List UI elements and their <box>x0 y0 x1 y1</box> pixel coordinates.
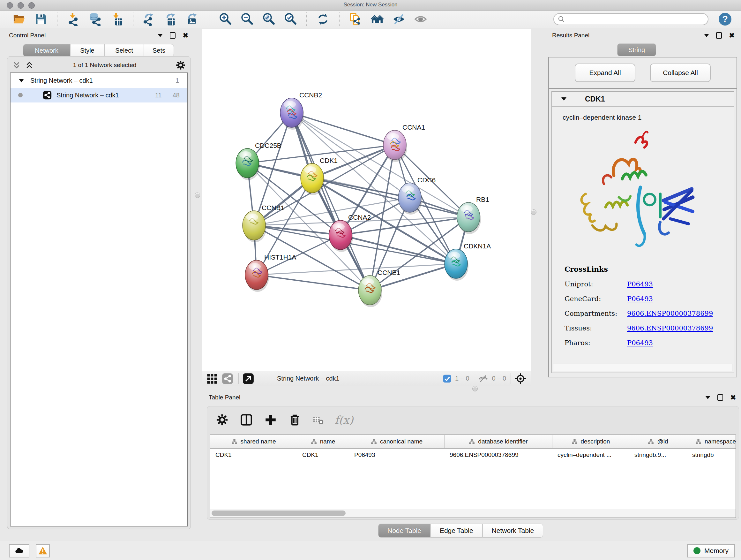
collapse-all-networks-icon[interactable] <box>12 60 21 70</box>
cloud-status-button[interactable] <box>9 544 29 557</box>
save-session-icon <box>34 12 48 26</box>
app-window: Session: New Session ? Control Panel ✖ N… <box>0 0 741 560</box>
node-label: CCNE1 <box>378 269 400 276</box>
tab-select[interactable]: Select <box>105 44 144 57</box>
tab-network[interactable]: Network <box>23 44 70 57</box>
node-rb1[interactable]: RB1 <box>457 196 489 234</box>
panel-menu-icon[interactable] <box>704 34 709 37</box>
node-cdkn1a[interactable]: CDKN1A <box>445 242 491 281</box>
column-header-name[interactable]: name <box>297 435 349 448</box>
tab-edge-table[interactable]: Edge Table <box>430 523 482 538</box>
right-splitter-handle[interactable] <box>531 209 536 215</box>
clone-network-button[interactable] <box>346 12 365 26</box>
table-row[interactable]: CDK1CDK1P064939606.ENSP00000378699cyclin… <box>210 449 736 462</box>
refresh-button[interactable] <box>314 12 332 26</box>
tab-style[interactable]: Style <box>70 44 105 57</box>
node-ccne1[interactable]: CCNE1 <box>358 269 400 307</box>
hidden-eye-icon[interactable] <box>478 374 488 384</box>
left-splitter-handle[interactable] <box>195 192 200 198</box>
close-panel-icon[interactable]: ✖ <box>729 33 735 38</box>
control-panel-tabs: NetworkStyleSelectSets <box>23 44 174 57</box>
hide-selected-button[interactable] <box>390 12 408 26</box>
zoom-fit-button[interactable] <box>259 12 278 26</box>
zoom-out-button[interactable] <box>238 12 256 26</box>
network-badge-icon[interactable] <box>222 373 233 384</box>
expand-all-networks-icon[interactable] <box>24 60 34 70</box>
divider <box>474 373 474 384</box>
gene-collapse-icon[interactable] <box>561 98 566 101</box>
memory-button[interactable]: Memory <box>687 544 735 557</box>
table-panel: Table Panel ✖ <box>204 392 739 540</box>
birdseye-view-icon[interactable] <box>515 373 526 384</box>
table-cell: cyclin–dependent ... <box>552 449 629 462</box>
export-image-icon <box>186 12 199 26</box>
tab-node-table[interactable]: Node Table <box>378 523 430 538</box>
expand-all-button[interactable]: Expand All <box>575 64 635 82</box>
column-header-database-identifier[interactable]: database identifier <box>445 435 552 448</box>
table-options-gear-icon[interactable] <box>215 413 229 427</box>
tab-sets[interactable]: Sets <box>144 44 174 57</box>
network-options-gear-icon[interactable] <box>175 60 186 71</box>
export-image-button[interactable] <box>184 12 202 26</box>
gene-section-header[interactable]: CDK1 <box>552 91 734 107</box>
panel-menu-icon[interactable] <box>705 396 711 399</box>
import-network-file-icon <box>67 12 80 26</box>
column-header-namespace[interactable]: namespace <box>687 435 736 448</box>
panel-menu-icon[interactable] <box>158 34 163 37</box>
column-header-shared-name[interactable]: shared name <box>210 435 297 448</box>
node-ccnb2[interactable]: CCNB2 <box>280 91 322 130</box>
zoom-in-button[interactable] <box>216 12 234 26</box>
column-header-description[interactable]: description <box>552 435 629 448</box>
open-session-button[interactable] <box>10 12 28 26</box>
close-panel-icon[interactable]: ✖ <box>730 395 736 400</box>
network-canvas[interactable]: CCNB2CCNA1CDC25BCDK1CDC6RB1CCNB1CCNA2CDK… <box>202 29 531 371</box>
gene-symbol: CDK1 <box>585 95 605 104</box>
delete-column-icon[interactable] <box>288 413 301 427</box>
search-input[interactable] <box>553 13 709 25</box>
crosslink-link[interactable]: 9606.ENSP00000378699 <box>627 310 713 317</box>
table-hscrollbar-thumb[interactable] <box>212 510 346 516</box>
float-panel-icon[interactable] <box>170 32 176 39</box>
import-table-file-button[interactable] <box>108 12 126 26</box>
node-label: CCNA1 <box>402 124 425 131</box>
detach-view-icon[interactable] <box>243 373 254 384</box>
help-button[interactable]: ? <box>718 12 732 26</box>
tab-string[interactable]: String <box>617 44 656 56</box>
crosslink-link[interactable]: 9606.ENSP00000378699 <box>627 324 713 332</box>
export-network-button[interactable] <box>140 12 158 26</box>
grid-view-icon[interactable] <box>206 373 218 384</box>
tab-network-table[interactable]: Network Table <box>482 523 543 538</box>
import-network-file-button[interactable] <box>64 12 83 26</box>
crosslink-label: Pharos: <box>564 339 627 347</box>
selected-counts: 1 – 0 <box>455 375 469 382</box>
column-header--id[interactable]: @id <box>629 435 687 448</box>
bottom-splitter-handle[interactable] <box>472 386 478 391</box>
collection-expand-icon[interactable] <box>19 79 24 82</box>
node-ccna1[interactable]: CCNA1 <box>383 124 425 162</box>
export-table-button[interactable] <box>162 12 180 26</box>
crosslink-link[interactable]: P06493 <box>627 280 653 288</box>
network-row[interactable]: String Network – cdk1 11 48 <box>10 88 187 103</box>
float-panel-icon[interactable] <box>716 32 722 39</box>
network-collection-row[interactable]: String Network – cdk1 1 <box>10 73 187 88</box>
table-hscrollbar-track[interactable] <box>210 509 736 517</box>
first-neighbors-button[interactable] <box>368 12 387 26</box>
crosslink-link[interactable]: P06493 <box>627 295 653 303</box>
import-network-database-button[interactable] <box>86 12 105 26</box>
warnings-button[interactable] <box>36 544 50 557</box>
column-header-canonical-name[interactable]: canonical name <box>349 435 445 448</box>
selected-checkbox[interactable] <box>443 374 451 383</box>
save-session-button[interactable] <box>31 12 50 26</box>
add-column-icon[interactable] <box>264 413 277 427</box>
show-all-button[interactable] <box>411 12 430 26</box>
close-panel-icon[interactable]: ✖ <box>183 33 188 38</box>
float-panel-icon[interactable] <box>718 394 723 401</box>
collapse-all-button[interactable]: Collapse All <box>650 64 711 82</box>
horizontal-scrollbar-track[interactable] <box>553 364 732 371</box>
show-columns-icon[interactable] <box>240 413 253 427</box>
crosslink-link[interactable]: P06493 <box>627 339 653 347</box>
zoom-selected-button[interactable] <box>281 12 300 26</box>
node-cdc6[interactable]: CDC6 <box>398 176 435 214</box>
crosslink-label: Tissues: <box>564 324 627 332</box>
refresh-icon <box>316 12 330 26</box>
